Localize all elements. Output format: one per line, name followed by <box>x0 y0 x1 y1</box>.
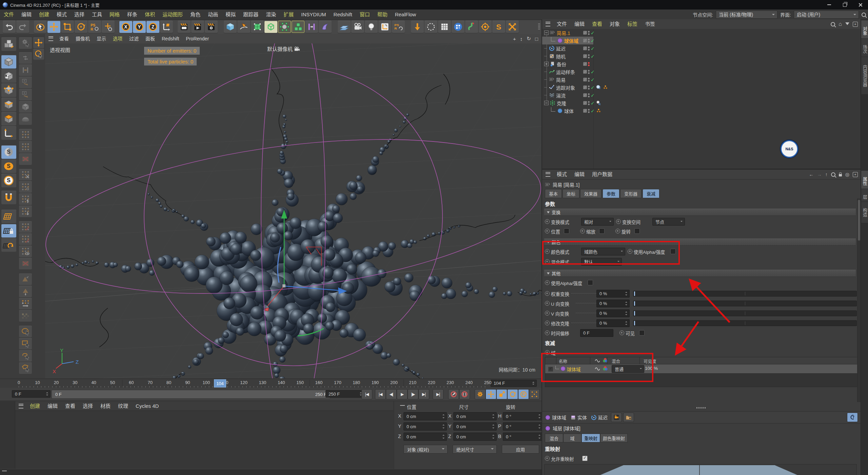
coord-system-icon[interactable] <box>160 21 173 33</box>
color-mode-dropdown[interactable]: 域颜色 <box>581 248 625 255</box>
target-icon[interactable] <box>479 21 492 33</box>
anim-radio[interactable] <box>545 280 550 285</box>
layer-toggle[interactable] <box>583 93 587 97</box>
ruler-tick-50[interactable]: 50 <box>110 380 115 385</box>
viewport-menu-过滤[interactable]: 过滤 <box>126 36 142 41</box>
dots-a-icon[interactable] <box>19 129 32 140</box>
visibility-dots[interactable] <box>588 101 590 105</box>
enabled-check-icon[interactable]: ✓ <box>591 93 595 98</box>
interface-dropdown[interactable]: 启动 (用户) <box>794 11 859 19</box>
field-visibility-value[interactable]: 100 % <box>645 366 658 371</box>
dots-x-icon[interactable] <box>19 169 32 180</box>
viewport-menu-查看[interactable]: 查看 <box>56 36 72 41</box>
coords-size-X-field[interactable]: 0 cm <box>453 412 497 420</box>
tag-实体[interactable]: 实体 <box>570 413 589 421</box>
viewport-menu-摄像机[interactable]: 摄像机 <box>72 36 93 41</box>
material-menu-选择[interactable]: 选择 <box>79 403 97 409</box>
tri-down-icon[interactable] <box>19 286 32 297</box>
dots-gear-icon[interactable] <box>19 181 32 193</box>
anim-radio[interactable] <box>545 249 550 254</box>
rect-select-icon[interactable] <box>19 338 32 349</box>
field-shape-icon[interactable] <box>319 21 332 33</box>
ruler-tick-180[interactable]: 180 <box>353 380 360 385</box>
spline-pen-icon[interactable] <box>237 21 250 33</box>
ruler-tick-90[interactable]: 90 <box>185 380 190 385</box>
goto-end-button[interactable]: ▶| <box>433 389 443 399</box>
model-mode-icon[interactable] <box>1 55 16 69</box>
menu-窗口[interactable]: 窗口 <box>356 12 374 17</box>
dots-b-icon[interactable] <box>19 141 32 153</box>
goto-start-button[interactable]: |◀ <box>361 389 372 399</box>
layer-toggle[interactable] <box>583 39 587 42</box>
transform-mode-dropdown[interactable]: 相对 <box>581 218 614 226</box>
viewport-toggle-icon[interactable]: □ <box>535 36 538 42</box>
blend-mode-dropdown[interactable]: 默认 <box>581 258 622 266</box>
expander-minus[interactable] <box>544 31 549 35</box>
ruler-tick-240[interactable]: 240 <box>465 380 473 385</box>
bake-icon[interactable] <box>411 21 424 33</box>
material-menu-创建[interactable]: 创建 <box>26 403 44 409</box>
menu-帮助[interactable]: 帮助 <box>374 12 391 17</box>
enabled-check-icon[interactable]: ✓ <box>591 30 595 36</box>
search-icon[interactable] <box>862 13 866 17</box>
transform-space-dropdown[interactable]: 节点 <box>652 218 685 226</box>
group-color[interactable]: 颜色 <box>544 239 856 246</box>
lock-z-icon[interactable]: Z <box>146 21 159 33</box>
timeline-ruler[interactable]: 104 F 0102030405060708090100110120130140… <box>0 379 541 388</box>
coord-tool-icon[interactable] <box>102 21 115 33</box>
anim-radio[interactable] <box>545 229 550 233</box>
prev-key-button[interactable]: |◀ <box>375 389 386 399</box>
coords-size-dropdown[interactable]: 绝对尺寸 <box>453 445 497 454</box>
coords-mode-dropdown[interactable]: 对象 (相对) <box>403 445 448 454</box>
prev-frame-button[interactable]: ◀| <box>386 389 397 399</box>
object-row-备份[interactable]: 备份 <box>542 60 861 68</box>
ruler-tick-220[interactable]: 220 <box>428 380 435 385</box>
menu-样条[interactable]: 样条 <box>123 12 141 17</box>
tag-folder-button[interactable] <box>623 413 634 422</box>
ruler-tick-120[interactable]: 120 <box>240 380 248 385</box>
object-row-运动样条[interactable]: 运动样条✓ <box>542 68 861 76</box>
realflow-icon[interactable] <box>465 21 478 33</box>
layer-toggle[interactable] <box>583 62 587 66</box>
dots-eye-icon[interactable] <box>19 246 32 257</box>
tagSphere-tag-icon[interactable] <box>596 84 601 90</box>
ruler-tick-0[interactable]: 0 <box>18 380 20 385</box>
object-row-球体[interactable]: 球体✓ <box>542 107 861 115</box>
select-palette-icon[interactable] <box>33 49 44 60</box>
floor-icon[interactable] <box>338 21 351 33</box>
slider-value-field[interactable]: 0 % <box>596 319 630 327</box>
move-palette-icon[interactable] <box>33 37 44 48</box>
render-view-icon[interactable] <box>178 21 191 33</box>
ruler-tick-130[interactable]: 130 <box>259 380 267 385</box>
ruler-tick-80[interactable]: 80 <box>166 380 171 385</box>
viewport-view-label[interactable]: 透视视图 <box>50 46 70 53</box>
material-menu-Cycles 4D[interactable]: Cycles 4D <box>132 403 162 409</box>
coords-pos-X-field[interactable]: 0 cm <box>403 412 447 420</box>
lock-workplane-icon[interactable] <box>1 224 16 238</box>
lock-x-icon[interactable]: X <box>119 21 132 33</box>
enabled-check-icon[interactable]: ✓ <box>591 85 595 90</box>
enable-snap-icon[interactable]: S <box>1 145 16 159</box>
slider-track[interactable] <box>633 291 857 297</box>
anim-radio[interactable] <box>545 350 550 355</box>
ruler-tick-20[interactable]: 20 <box>54 380 59 385</box>
volume-icon[interactable] <box>264 21 277 33</box>
ruler-tick-140[interactable]: 140 <box>278 380 285 385</box>
layer-toggle[interactable] <box>583 31 587 35</box>
ruler-tick-30[interactable]: 30 <box>73 380 77 385</box>
texture-mode-icon[interactable] <box>1 69 16 83</box>
viewport[interactable]: 查看摄像机显示选项过滤面板RedshiftProRender + ↕ ↻ □ 透… <box>45 34 541 378</box>
deformer-icon[interactable] <box>305 21 318 33</box>
coords-rot-B-field[interactable]: 0 ° <box>503 433 543 441</box>
grid-copy-icon[interactable] <box>19 77 32 88</box>
anim-radio[interactable] <box>616 219 621 224</box>
enabled-check-icon[interactable]: ✓ <box>591 100 595 106</box>
dots-arrow-icon[interactable] <box>19 298 32 309</box>
tri-up-icon[interactable] <box>19 273 32 285</box>
viewport-camera-label[interactable]: 默认摄像机 <box>267 45 301 52</box>
coords-size-Z-field[interactable]: 0 cm <box>453 433 497 441</box>
viewport-canvas[interactable] <box>45 43 541 378</box>
side-tab-构造[interactable]: 构造 <box>861 202 868 223</box>
ruler-tick-250[interactable]: 250 <box>484 380 492 385</box>
menu-角色[interactable]: 角色 <box>186 12 204 17</box>
